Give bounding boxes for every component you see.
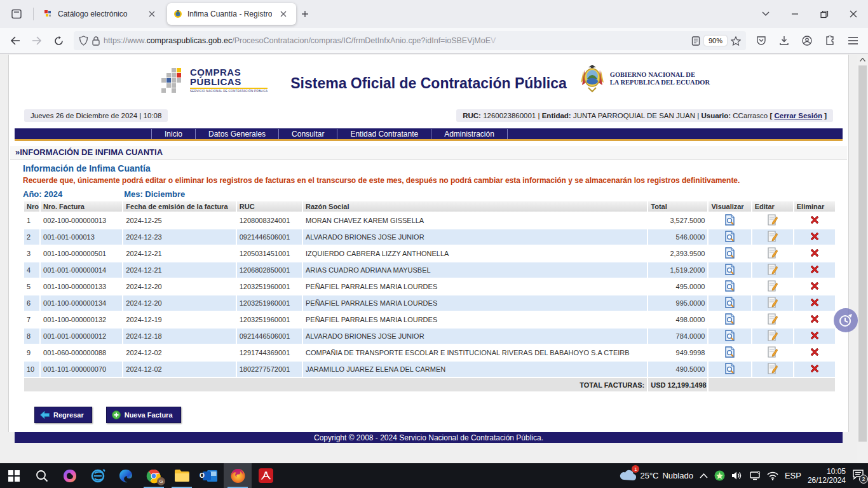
taskbar-edge-button[interactable] bbox=[112, 463, 140, 488]
downloads-icon[interactable] bbox=[774, 30, 794, 51]
back-button[interactable] bbox=[5, 30, 25, 51]
bookmark-star-icon[interactable] bbox=[731, 36, 741, 46]
extensions-icon[interactable] bbox=[820, 30, 840, 51]
taskbar-firefox-button[interactable] bbox=[224, 463, 252, 488]
forward-button[interactable] bbox=[27, 30, 47, 51]
eliminar-icon[interactable] bbox=[810, 314, 820, 324]
taskbar-copilot-button[interactable] bbox=[56, 463, 84, 488]
url-bar[interactable]: https://www.compraspublicas.gob.ec/Proce… bbox=[74, 31, 746, 50]
visualizar-icon[interactable] bbox=[724, 363, 735, 374]
menu-item-datos-generales[interactable]: Datos Generales bbox=[196, 129, 279, 139]
plus-circle-icon bbox=[112, 410, 121, 419]
editar-icon[interactable] bbox=[767, 297, 778, 308]
cell-factura: 001-060-000000088 bbox=[41, 345, 122, 360]
wifi-icon[interactable] bbox=[767, 471, 778, 480]
eliminar-icon[interactable] bbox=[810, 347, 820, 357]
editar-icon[interactable] bbox=[767, 330, 778, 341]
close-window-button[interactable] bbox=[839, 0, 868, 28]
visualizar-icon[interactable] bbox=[724, 280, 735, 292]
editar-icon[interactable] bbox=[767, 264, 778, 275]
tray-expand-chevron-icon[interactable] bbox=[700, 473, 708, 478]
editar-icon[interactable] bbox=[767, 346, 778, 358]
taskbar-outlook-button[interactable]: O bbox=[196, 463, 224, 488]
vertical-scrollbar[interactable] bbox=[857, 55, 868, 463]
site-footer: Copyright © 2008 - 2024 Servicio Naciona… bbox=[15, 432, 843, 443]
taskbar-ie-button[interactable] bbox=[84, 463, 112, 488]
taskbar-clock[interactable]: 10:05 26/12/2024 bbox=[808, 467, 846, 485]
restore-button[interactable] bbox=[810, 0, 839, 28]
visualizar-icon[interactable] bbox=[724, 297, 735, 308]
visualizar-icon[interactable] bbox=[724, 346, 735, 358]
eliminar-icon[interactable] bbox=[810, 297, 820, 308]
visualizar-icon[interactable] bbox=[724, 247, 735, 259]
taskbar-search-button[interactable] bbox=[28, 463, 56, 488]
weather-temp: 25°C bbox=[640, 471, 658, 480]
pocket-icon[interactable] bbox=[751, 30, 771, 51]
nueva-factura-button[interactable]: Nueva Factura bbox=[106, 407, 181, 423]
reload-button[interactable] bbox=[48, 30, 69, 51]
total-row: TOTAL FACTURAS: USD 12,199.1498 bbox=[24, 378, 835, 391]
tab-close-icon[interactable] bbox=[277, 8, 290, 20]
menu-item-administracion[interactable]: Administración bbox=[431, 129, 508, 139]
eliminar-icon[interactable] bbox=[810, 281, 820, 291]
menu-item-consultar[interactable]: Consultar bbox=[279, 129, 337, 139]
cell-total: 495.0000 bbox=[648, 279, 707, 294]
editar-icon[interactable] bbox=[767, 313, 778, 325]
tab-infima-cuantia[interactable]: Infima Cuantía - Registro bbox=[167, 3, 296, 25]
editar-icon[interactable] bbox=[767, 214, 778, 226]
editar-icon[interactable] bbox=[767, 280, 778, 292]
tab-close-icon[interactable] bbox=[146, 8, 158, 20]
cell-nro: 8 bbox=[24, 329, 39, 344]
taskbar-acrobat-button[interactable] bbox=[252, 463, 280, 488]
gov-line2: LA REPUBLICA DEL ECUADOR bbox=[610, 79, 710, 86]
cell-razon: COMPAÑIA DE TRANSPORTE ESCOLAR E INSTITU… bbox=[303, 345, 647, 360]
notification-center-button[interactable]: 2 bbox=[852, 469, 864, 482]
start-button[interactable] bbox=[0, 463, 28, 488]
new-tab-button[interactable] bbox=[299, 8, 311, 20]
tab-catalogo[interactable]: Catálogo electrónico bbox=[37, 3, 165, 25]
logout-link[interactable]: Cerrar Sesión bbox=[775, 112, 822, 119]
taskbar-chrome-button[interactable]: G bbox=[140, 463, 168, 488]
cell-factura: 001-001-000000014 bbox=[41, 262, 122, 278]
scrollbar-thumb[interactable] bbox=[858, 65, 867, 442]
editar-icon[interactable] bbox=[767, 231, 778, 242]
reader-mode-icon[interactable] bbox=[691, 36, 700, 46]
editar-icon[interactable] bbox=[767, 247, 778, 259]
cell-nro: 6 bbox=[24, 295, 39, 311]
scroll-up-arrow[interactable] bbox=[857, 55, 868, 65]
col-factura: Nro. Factura bbox=[41, 201, 122, 212]
firefox-view-button[interactable] bbox=[6, 4, 27, 24]
lock-icon[interactable] bbox=[92, 36, 100, 46]
cell-nro: 3 bbox=[24, 246, 39, 261]
account-icon[interactable] bbox=[797, 30, 817, 51]
eliminar-icon[interactable] bbox=[810, 264, 820, 274]
menu-item-entidad-contratante[interactable]: Entidad Contratante bbox=[337, 129, 431, 139]
cast-display-icon[interactable] bbox=[749, 471, 761, 480]
taskbar-weather[interactable]: 1 25°C Nublado bbox=[620, 468, 693, 483]
extension-clock-badge[interactable] bbox=[834, 308, 858, 332]
eliminar-icon[interactable] bbox=[810, 215, 820, 225]
regresar-button[interactable]: Regresar bbox=[34, 407, 92, 423]
eliminar-icon[interactable] bbox=[810, 330, 820, 341]
visualizar-icon[interactable] bbox=[724, 231, 735, 242]
menu-hamburger-icon[interactable] bbox=[843, 30, 863, 51]
visualizar-icon[interactable] bbox=[724, 313, 735, 325]
antivirus-tray-icon[interactable] bbox=[714, 470, 725, 481]
volume-icon[interactable] bbox=[731, 471, 743, 480]
visualizar-icon[interactable] bbox=[724, 264, 735, 275]
shield-icon[interactable] bbox=[79, 36, 88, 46]
eliminar-icon[interactable] bbox=[810, 248, 820, 258]
cell-total: 546.0000 bbox=[648, 229, 707, 245]
visualizar-icon[interactable] bbox=[724, 330, 735, 341]
zoom-level-badge[interactable]: 90% bbox=[704, 36, 727, 46]
editar-icon[interactable] bbox=[767, 363, 778, 374]
taskbar-explorer-button[interactable] bbox=[168, 463, 196, 488]
minimize-button[interactable] bbox=[780, 0, 810, 28]
visualizar-icon[interactable] bbox=[724, 214, 735, 226]
eliminar-icon[interactable] bbox=[810, 363, 820, 374]
menu-item-inicio[interactable]: Inicio bbox=[151, 129, 196, 139]
cell-nro: 5 bbox=[24, 279, 39, 294]
tabs-list-button[interactable] bbox=[751, 0, 780, 28]
language-indicator[interactable]: ESP bbox=[785, 471, 801, 480]
eliminar-icon[interactable] bbox=[810, 231, 820, 241]
